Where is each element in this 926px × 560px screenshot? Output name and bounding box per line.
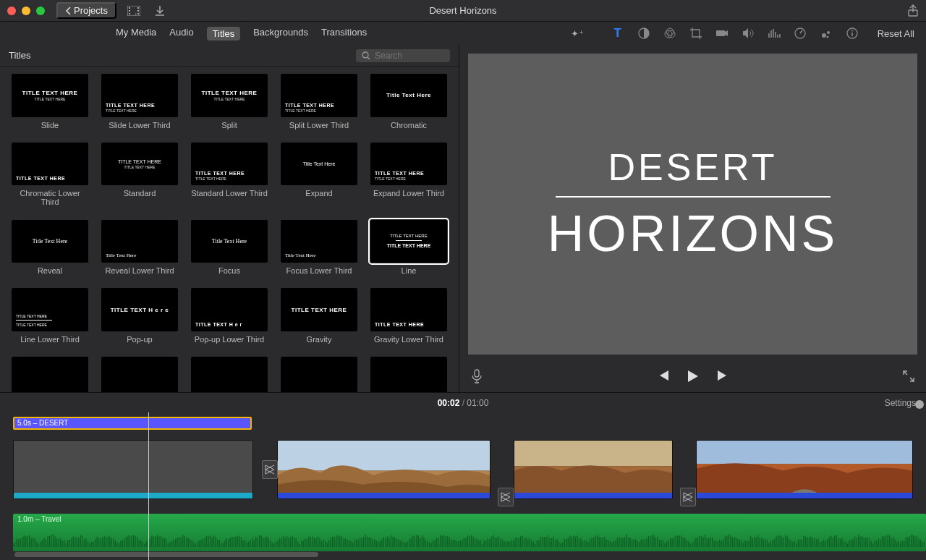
time-current: 00:02 (438, 398, 460, 408)
title-item-24[interactable] (370, 357, 447, 392)
crop-icon[interactable] (689, 27, 702, 40)
color-balance-icon[interactable] (637, 27, 650, 40)
preview-line1: DESERT (608, 145, 778, 189)
filmstrip-icon[interactable]: ♪ (125, 2, 143, 20)
window-minimize-button[interactable] (22, 7, 30, 15)
title-thumb: Title Text Here (281, 143, 357, 186)
title-item-21[interactable] (101, 357, 178, 392)
title-item-13[interactable]: Title Text HereFocus Lower Third (281, 220, 357, 276)
play-button[interactable] (687, 370, 699, 386)
audio-clip[interactable]: 1.0m – Travel (13, 514, 926, 551)
tab-backgrounds[interactable]: Backgrounds (253, 27, 308, 41)
title-thumb: TITLE TEXT HERETITLE TEXT HERE (370, 143, 447, 186)
video-clip-2[interactable] (277, 440, 490, 499)
title-label: Gravity (307, 335, 332, 344)
video-track (13, 440, 926, 499)
transition-1[interactable] (262, 460, 278, 479)
prev-frame-button[interactable] (657, 370, 670, 386)
window-zoom-button[interactable] (36, 7, 45, 15)
title-item-0[interactable]: TITLE TEXT HERETITLE TEXT HERESlide (12, 74, 88, 130)
video-clip-3[interactable] (514, 440, 673, 499)
title-item-5[interactable]: TITLE TEXT HEREChromatic Lower Third (12, 143, 88, 207)
speed-icon[interactable] (794, 27, 807, 40)
title-label: Standard Lower Third (191, 189, 268, 198)
window-close-button[interactable] (7, 7, 16, 15)
project-title: Desert Horizons (429, 5, 496, 16)
title-clip[interactable]: 5.0s – DESERT (13, 417, 252, 430)
title-item-20[interactable] (12, 357, 88, 392)
transition-3[interactable] (680, 488, 696, 506)
title-item-23[interactable] (281, 357, 357, 392)
timeline-header: 00:02 / 01:00 Settings (0, 392, 926, 412)
title-label: Reveal (38, 266, 62, 275)
inspector-toolbar: ✦⁺ T Reset All (571, 27, 926, 40)
media-tabs-row: My Media Audio Titles Backgrounds Transi… (0, 22, 926, 45)
title-thumb: TITLE TEXT HERE (12, 143, 88, 186)
title-item-2[interactable]: TITLE TEXT HERETITLE TEXT HERESplit (191, 74, 268, 130)
tab-transitions[interactable]: Transitions (321, 27, 367, 41)
preview-viewer[interactable]: DESERT HORIZONS (468, 54, 917, 355)
title-item-12[interactable]: Title Text HereFocus (191, 220, 268, 276)
title-thumb (370, 357, 447, 392)
tab-audio[interactable]: Audio (169, 27, 193, 41)
tab-titles[interactable]: Titles (207, 27, 241, 41)
color-correction-icon[interactable] (663, 27, 676, 40)
title-label: Slide Lower Third (109, 121, 170, 130)
noise-reduction-icon[interactable] (768, 27, 781, 40)
titlebar: Projects ♪ Desert Horizons (0, 0, 926, 22)
title-label: Slide (41, 121, 59, 130)
back-label: Projects (74, 5, 108, 16)
transition-2[interactable] (498, 488, 514, 506)
title-item-3[interactable]: TITLE TEXT HERETITLE TEXT HERESplit Lowe… (281, 74, 357, 130)
enhance-icon[interactable]: ✦⁺ (571, 27, 584, 40)
preview-line2: HORIZONS (548, 205, 838, 263)
title-item-10[interactable]: Title Text HereReveal (12, 220, 88, 276)
title-thumb: Title Text Here (101, 220, 178, 263)
title-item-11[interactable]: Title Text HereReveal Lower Third (101, 220, 178, 276)
search-field[interactable] (356, 49, 450, 62)
title-thumb: TITLE TEXT HERE (281, 288, 357, 331)
volume-icon[interactable] (742, 27, 755, 40)
effects-icon[interactable] (820, 27, 833, 40)
title-item-16[interactable]: TITLE TEXT H e r ePop-up (101, 288, 178, 344)
svg-point-19 (851, 30, 853, 32)
title-item-7[interactable]: TITLE TEXT HERETITLE TEXT HEREStandard L… (191, 143, 268, 207)
title-item-19[interactable]: TITLE TEXT HEREGravity Lower Third (370, 288, 447, 344)
import-icon[interactable] (151, 2, 169, 20)
video-clip-4[interactable] (696, 440, 913, 499)
svg-point-12 (666, 28, 674, 35)
title-label: Standard (124, 189, 156, 198)
search-input[interactable] (375, 51, 433, 61)
stabilization-icon[interactable] (715, 27, 729, 40)
title-item-14[interactable]: TITLE TEXT HERETITLE TEXT HERELine (370, 220, 447, 276)
reset-all-button[interactable]: Reset All (878, 28, 914, 39)
title-item-1[interactable]: TITLE TEXT HERETITLE TEXT HERESlide Lowe… (101, 74, 178, 130)
svg-rect-1 (129, 7, 130, 9)
title-item-9[interactable]: TITLE TEXT HERETITLE TEXT HEREExpand Low… (370, 143, 447, 207)
voiceover-icon[interactable] (471, 369, 483, 386)
title-label: Line Lower Third (20, 335, 80, 344)
title-item-15[interactable]: TITLE TEXT HERETITLE TEXT HERELine Lower… (12, 288, 88, 344)
info-icon[interactable] (846, 27, 859, 40)
title-item-6[interactable]: TITLE TEXT HERETITLE TEXT HEREStandard (101, 143, 178, 207)
horizontal-scrollbar[interactable] (14, 552, 318, 557)
title-thumb (191, 357, 268, 392)
title-item-18[interactable]: TITLE TEXT HEREGravity (281, 288, 357, 344)
timeline[interactable]: 5.0s – DESERT 1.0m – Travel (0, 412, 926, 560)
video-clip-1[interactable] (13, 440, 253, 499)
playhead[interactable] (148, 412, 149, 560)
title-label: Split (221, 121, 237, 130)
next-frame-button[interactable] (716, 370, 729, 386)
title-item-22[interactable] (191, 357, 268, 392)
preview-panel: DESERT HORIZONS (459, 45, 926, 392)
title-thumb: TITLE TEXT HERETITLE TEXT HERE (101, 143, 178, 186)
fullscreen-icon[interactable] (903, 370, 914, 385)
share-icon[interactable] (907, 4, 919, 17)
title-item-8[interactable]: Title Text HereExpand (281, 143, 357, 207)
text-tool-icon[interactable]: T (611, 27, 624, 40)
back-to-projects-button[interactable]: Projects (56, 2, 116, 19)
title-item-17[interactable]: TITLE TEXT H e rPop-up Lower Third (191, 288, 268, 344)
tab-my-media[interactable]: My Media (116, 27, 156, 41)
title-item-4[interactable]: Title Text HereChromatic (370, 74, 447, 130)
settings-button[interactable]: Settings (885, 398, 916, 408)
